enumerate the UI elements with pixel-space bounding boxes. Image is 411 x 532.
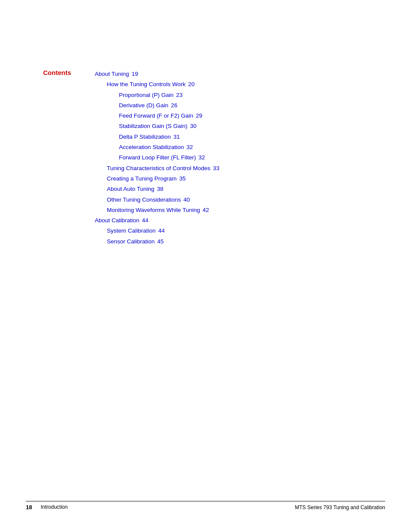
toc-item-page: 26	[171, 100, 177, 111]
toc-item[interactable]: Sensor Calibration45	[107, 236, 385, 247]
toc-item-page: 32	[199, 152, 205, 163]
toc-item-page: 40	[184, 195, 190, 205]
toc-item-text: Stabilization Gain (S Gain)	[119, 121, 187, 131]
toc-item[interactable]: Derivative (D) Gain26	[119, 100, 385, 111]
toc-item[interactable]: About Auto Tuning38	[107, 184, 385, 194]
toc-item-text: How the Tuning Controls Work	[107, 79, 186, 90]
toc-item-text: About Tuning	[95, 69, 129, 79]
contents-section: Contents About Tuning19How the Tuning Co…	[43, 69, 385, 247]
toc-item-page: 44	[142, 215, 149, 226]
toc-item[interactable]: How the Tuning Controls Work20	[107, 79, 385, 90]
toc-item-text: Acceleration Stabilization	[119, 142, 184, 152]
toc-item[interactable]: Creating a Tuning Program35	[107, 174, 385, 184]
toc-item-text: Forward Loop Filter (FL Filter)	[119, 152, 196, 163]
toc-item[interactable]: About Tuning19	[95, 69, 385, 79]
toc-item-text: System Calibration	[107, 226, 156, 236]
toc-item[interactable]: Feed Forward (F or F2) Gain29	[119, 111, 385, 121]
toc-item-page: 29	[196, 111, 202, 121]
footer-page-number: 18	[26, 504, 32, 510]
toc-item[interactable]: Other Tuning Considerations40	[107, 195, 385, 205]
toc-item-text: Monitoring Waveforms While Tuning	[107, 205, 200, 215]
toc-item[interactable]: Monitoring Waveforms While Tuning42	[107, 205, 385, 215]
toc-item-text: Proportional (P) Gain	[119, 90, 174, 100]
footer-section: Introduction	[40, 504, 68, 510]
toc-item[interactable]: Delta P Stabilization31	[119, 132, 385, 142]
footer-bar: 18 Introduction MTS Series 793 Tuning an…	[26, 501, 385, 510]
toc-item-page: 19	[132, 69, 138, 79]
toc-item-page: 35	[179, 174, 186, 184]
toc-item-text: Delta P Stabilization	[119, 132, 171, 142]
toc-item-text: Other Tuning Considerations	[107, 195, 181, 205]
toc-item-text: About Auto Tuning	[107, 184, 154, 194]
toc-item[interactable]: Tuning Characteristics of Control Modes3…	[107, 163, 385, 174]
toc-item-page: 38	[157, 184, 163, 194]
page-container: Contents About Tuning19How the Tuning Co…	[0, 0, 411, 532]
footer-title: MTS Series 793 Tuning and Calibration	[295, 504, 385, 510]
toc-item-text: Feed Forward (F or F2) Gain	[119, 111, 193, 121]
toc-item-page: 20	[188, 79, 195, 90]
toc-item-page: 32	[187, 142, 193, 152]
toc-item-page: 33	[213, 163, 219, 174]
toc-items: About Tuning19How the Tuning Controls Wo…	[95, 69, 385, 247]
toc-item[interactable]: Acceleration Stabilization32	[119, 142, 385, 152]
toc-item-page: 23	[176, 90, 183, 100]
footer-left: 18 Introduction	[26, 504, 68, 510]
toc-item-text: Creating a Tuning Program	[107, 174, 177, 184]
toc-item-page: 42	[202, 205, 209, 215]
toc-item-page: 31	[174, 132, 180, 142]
toc-item-text: About Calibration	[95, 215, 140, 226]
toc-item-text: Derivative (D) Gain	[119, 100, 168, 111]
toc-item[interactable]: Forward Loop Filter (FL Filter)32	[119, 152, 385, 163]
toc-item[interactable]: System Calibration44	[107, 226, 385, 236]
toc-item[interactable]: Proportional (P) Gain23	[119, 90, 385, 100]
contents-label: Contents	[43, 69, 71, 76]
toc-item-text: Tuning Characteristics of Control Modes	[107, 163, 210, 174]
toc-item-page: 45	[157, 236, 164, 247]
toc-item-page: 30	[190, 121, 196, 131]
toc-item-page: 44	[158, 226, 165, 236]
toc-item[interactable]: Stabilization Gain (S Gain)30	[119, 121, 385, 131]
toc-item[interactable]: About Calibration44	[95, 215, 385, 226]
toc-item-text: Sensor Calibration	[107, 236, 155, 247]
